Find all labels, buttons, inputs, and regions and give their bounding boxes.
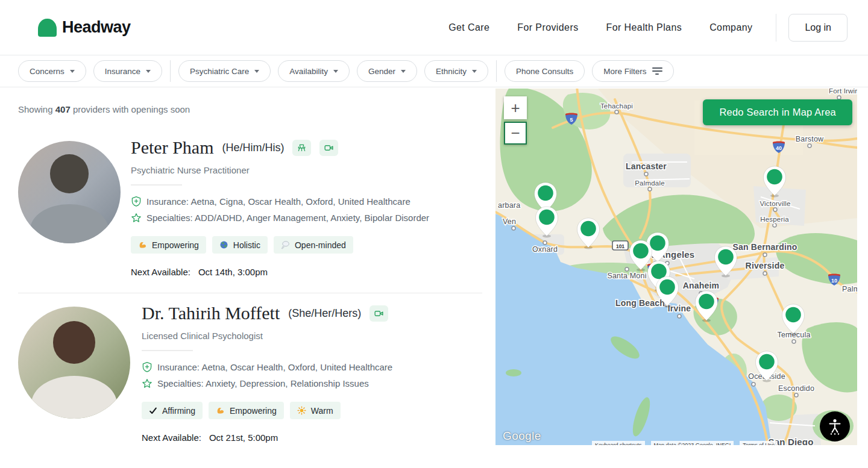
login-button[interactable]: Log in: [788, 14, 848, 42]
nav-get-care[interactable]: Get Care: [448, 22, 489, 33]
insurance-row: Insurance: Aetna, Oscar Health, Oxford, …: [142, 359, 392, 375]
badge-label: Warm: [311, 406, 333, 416]
provider-info: Peter Pham (He/Him/His) Psychiatric Nurs…: [121, 141, 429, 277]
filter-gender[interactable]: Gender: [357, 60, 417, 82]
nav-company[interactable]: Company: [709, 22, 752, 33]
next-available-row: Next Available:Oct 21st, 5:00pm: [142, 432, 392, 443]
city-dot: [678, 314, 681, 318]
filter-ethnicity-label: Ethnicity: [436, 67, 467, 76]
specialties-list: Anxiety, Depression, Relationship Issues: [206, 378, 369, 388]
specialties-label: Specialties:: [157, 378, 204, 388]
city-dot: [648, 187, 652, 191]
primary-nav: Get Care For Providers For Health Plans …: [421, 14, 848, 42]
specialties-list: ADD/ADHD, Anger Management, Anxiety, Bip…: [195, 213, 429, 223]
nav-divider: [776, 14, 776, 42]
filter-concerns-label: Concerns: [30, 67, 64, 76]
provider-name[interactable]: Peter Pham: [131, 137, 213, 158]
video-session-icon: [319, 140, 338, 156]
svg-text:5: 5: [570, 117, 573, 123]
accessibility-button[interactable]: [820, 411, 850, 441]
filter-gender-label: Gender: [368, 67, 395, 76]
filter-ethnicity[interactable]: Ethnicity: [424, 60, 488, 82]
city-label: San Bernardino: [732, 242, 797, 252]
map-attribution: Keyboard shortcuts Map data ©2023 Google…: [592, 441, 778, 445]
filter-phone-consults[interactable]: Phone Consults: [505, 60, 585, 82]
in-person-session-icon: [292, 140, 311, 156]
shield-plus-icon: [131, 196, 142, 207]
filter-more-filters[interactable]: More Filters: [592, 60, 673, 82]
next-available-value: Oct 14th, 3:00pm: [198, 267, 268, 277]
nav-for-health-plans[interactable]: For Health Plans: [606, 22, 682, 33]
provider-name[interactable]: Dr. Tahirih Moffett: [142, 303, 280, 323]
provider-photo[interactable]: [18, 141, 121, 243]
map-panel: 5401016051510Fort IrwinTehachapiBarstowL…: [495, 87, 868, 445]
trait-badges: Empowering Holistic Open-minded: [131, 236, 429, 254]
headway-provider-search-page: Headway Get Care For Providers For Healt…: [0, 0, 868, 468]
city-dot: [763, 253, 767, 257]
provider-pronouns: (He/Him/His): [222, 142, 284, 154]
insurance-row: Insurance: Aetna, Cigna, Oscar Health, O…: [131, 193, 429, 210]
provider-card: Dr. Tahirih Moffett (She/Her/Hers) Licen…: [18, 307, 482, 443]
filter-concerns[interactable]: Concerns: [18, 60, 86, 82]
city-dot: [512, 226, 515, 230]
headway-logo[interactable]: Headway: [38, 18, 131, 37]
divider: [131, 184, 182, 186]
city-dot: [615, 110, 618, 114]
filter-psychiatric-care[interactable]: Psychiatric Care: [178, 60, 271, 82]
city-label: Santa Moni: [607, 272, 646, 280]
badge-label: Empowering: [230, 406, 277, 416]
provider-list: Showing 407 providers with openings soon…: [0, 87, 495, 445]
nav-for-providers[interactable]: For Providers: [517, 22, 578, 33]
insurance-list: Aetna, Cigna, Oscar Health, Oxford, Unit…: [190, 196, 410, 207]
terms-link[interactable]: Terms of Use: [740, 441, 778, 445]
city-dot: [773, 223, 776, 227]
muscle-icon: [216, 406, 225, 415]
top-nav-bar: Headway Get Care For Providers For Healt…: [0, 0, 868, 55]
photo-silhouette: [30, 204, 108, 243]
check-icon: [149, 407, 157, 415]
brand-name: Headway: [62, 18, 131, 37]
provider-photo[interactable]: [18, 307, 130, 419]
highway-shield: 101: [612, 241, 628, 250]
filter-bar: Concerns Insurance Psychiatric Care Avai…: [0, 55, 868, 87]
city-dot: [773, 208, 777, 211]
city-label: Victorville: [760, 200, 790, 207]
provider-title: Licensed Clinical Psychologist: [142, 331, 392, 341]
provider-info: Dr. Tahirih Moffett (She/Her/Hers) Licen…: [130, 307, 392, 443]
city-label: Anaheim: [683, 281, 720, 290]
city-label: Irvine: [668, 304, 691, 313]
filter-availability[interactable]: Availability: [278, 60, 350, 82]
trait-badges: Affirming Empowering Warm: [142, 402, 392, 419]
city-dot: [808, 144, 811, 148]
accessibility-person-icon: [827, 418, 843, 435]
insurance-list: Aetna, Oscar Health, Oxford, United Heal…: [201, 362, 392, 372]
city-label: Oxnard: [532, 245, 558, 254]
filter-availability-label: Availability: [289, 67, 328, 76]
map-zoom-out-button[interactable]: −: [504, 122, 527, 145]
city-label: Lancaster: [626, 161, 667, 171]
more-filters-label: More Filters: [603, 67, 646, 76]
map-canvas[interactable]: 5401016051510Fort IrwinTehachapiBarstowL…: [495, 89, 857, 445]
chevron-down-icon: [70, 70, 75, 73]
filter-insurance[interactable]: Insurance: [93, 60, 162, 82]
next-available-row: Next Available:Oct 14th, 3:00pm: [131, 267, 429, 277]
city-label: Escondido: [778, 384, 814, 393]
city-label: Long Beach: [615, 298, 665, 308]
badge-label: Holistic: [233, 240, 260, 250]
map-zoom-in-button[interactable]: +: [504, 96, 527, 119]
thought-balloon-icon: [281, 240, 290, 249]
insurance-label: Insurance:: [157, 362, 200, 372]
redo-search-button[interactable]: Redo Search in Map Area: [703, 99, 852, 125]
svg-text:101: 101: [616, 243, 624, 249]
filter-phone-consults-label: Phone Consults: [516, 67, 573, 76]
keyboard-shortcuts-link[interactable]: Keyboard shortcuts: [592, 441, 645, 445]
chevron-down-icon: [472, 70, 477, 73]
svg-text:40: 40: [776, 145, 782, 151]
filter-group-divider: [170, 60, 171, 82]
specialties-label: Specialties:: [146, 213, 193, 223]
chevron-down-icon: [333, 70, 338, 73]
results-prefix: Showing: [18, 104, 53, 114]
trait-badge: Holistic: [212, 236, 268, 254]
card-divider: [18, 293, 482, 293]
photo-silhouette: [53, 321, 96, 364]
